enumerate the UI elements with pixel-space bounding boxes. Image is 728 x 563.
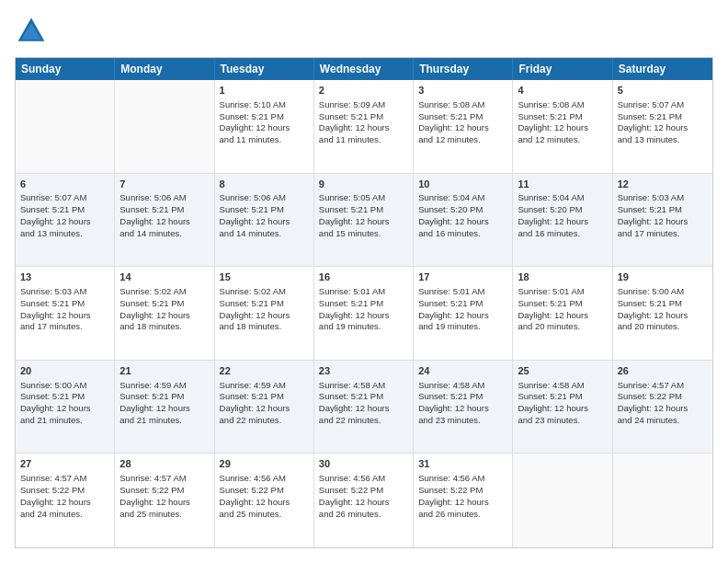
day-info-line: Daylight: 12 hours	[119, 497, 209, 509]
day-info-line: Daylight: 12 hours	[418, 122, 507, 134]
day-info-line: Sunset: 5:22 PM	[319, 485, 408, 497]
day-info-line: Sunset: 5:21 PM	[220, 111, 309, 123]
day-info-line: Sunrise: 5:02 AM	[220, 286, 309, 298]
day-info-line: Daylight: 12 hours	[319, 122, 408, 134]
day-info-line: Daylight: 12 hours	[319, 216, 408, 228]
day-cell-5: 5Sunrise: 5:07 AMSunset: 5:21 PMDaylight…	[613, 80, 712, 173]
day-info-line: Sunrise: 5:08 AM	[518, 99, 607, 111]
empty-cell	[16, 80, 115, 173]
day-cell-23: 23Sunrise: 4:58 AMSunset: 5:21 PMDayligh…	[314, 361, 414, 454]
weekday-header-thursday: Thursday	[414, 58, 513, 80]
day-info-line: Daylight: 12 hours	[220, 122, 309, 134]
day-cell-21: 21Sunrise: 4:59 AMSunset: 5:21 PMDayligh…	[115, 361, 214, 454]
weekday-header-tuesday: Tuesday	[215, 58, 314, 80]
day-info-line: and 18 minutes.	[220, 321, 309, 333]
day-info-line: Daylight: 12 hours	[518, 122, 607, 134]
day-info-line: and 25 minutes.	[119, 509, 209, 521]
day-info-line: and 21 minutes.	[119, 415, 209, 427]
day-cell-18: 18Sunrise: 5:01 AMSunset: 5:21 PMDayligh…	[513, 267, 612, 360]
day-info-line: Sunset: 5:21 PM	[319, 391, 408, 403]
day-info-line: Sunset: 5:21 PM	[418, 111, 507, 123]
day-cell-25: 25Sunrise: 4:58 AMSunset: 5:21 PMDayligh…	[513, 361, 612, 454]
day-number: 6	[20, 178, 109, 191]
calendar-header: SundayMondayTuesdayWednesdayThursdayFrid…	[16, 58, 712, 80]
day-info-line: Sunset: 5:22 PM	[618, 391, 708, 403]
day-info-line: Sunrise: 4:59 AM	[220, 380, 309, 392]
day-number: 10	[418, 178, 507, 191]
day-cell-10: 10Sunrise: 5:04 AMSunset: 5:20 PMDayligh…	[414, 174, 513, 267]
day-info-line: Sunset: 5:21 PM	[220, 391, 309, 403]
day-number: 26	[618, 364, 708, 378]
day-number: 21	[119, 364, 209, 378]
day-info-line: and 23 minutes.	[518, 415, 607, 427]
day-info-line: Daylight: 12 hours	[220, 216, 309, 228]
day-info-line: Sunset: 5:21 PM	[119, 204, 209, 216]
calendar-week-4: 20Sunrise: 5:00 AMSunset: 5:21 PMDayligh…	[16, 361, 712, 454]
day-info-line: and 25 minutes.	[220, 509, 309, 521]
day-info-line: Sunrise: 5:01 AM	[518, 286, 607, 298]
day-info-line: Sunset: 5:21 PM	[220, 204, 309, 216]
day-info-line: Sunset: 5:21 PM	[518, 111, 607, 123]
day-info-line: Daylight: 12 hours	[618, 216, 708, 228]
calendar-week-2: 6Sunrise: 5:07 AMSunset: 5:21 PMDaylight…	[16, 174, 712, 268]
day-info-line: and 26 minutes.	[418, 509, 507, 521]
empty-cell	[115, 80, 214, 173]
day-cell-1: 1Sunrise: 5:10 AMSunset: 5:21 PMDaylight…	[215, 80, 314, 173]
day-info-line: Daylight: 12 hours	[20, 310, 109, 322]
day-cell-17: 17Sunrise: 5:01 AMSunset: 5:21 PMDayligh…	[414, 267, 513, 360]
day-info-line: Daylight: 12 hours	[319, 497, 408, 509]
day-info-line: Daylight: 12 hours	[518, 310, 607, 322]
day-cell-2: 2Sunrise: 5:09 AMSunset: 5:21 PMDaylight…	[314, 80, 414, 173]
day-info-line: Sunset: 5:22 PM	[119, 485, 209, 497]
day-number: 14	[119, 270, 209, 284]
day-number: 18	[518, 270, 607, 284]
day-info-line: Sunset: 5:21 PM	[319, 111, 408, 123]
day-info-line: Sunrise: 5:04 AM	[418, 192, 507, 204]
day-info-line: Daylight: 12 hours	[119, 403, 209, 415]
day-info-line: Sunset: 5:21 PM	[20, 204, 109, 216]
day-info-line: and 17 minutes.	[618, 228, 708, 240]
day-info-line: and 13 minutes.	[618, 134, 708, 146]
day-number: 5	[618, 84, 708, 98]
day-cell-6: 6Sunrise: 5:07 AMSunset: 5:21 PMDaylight…	[16, 174, 115, 267]
day-info-line: Sunset: 5:21 PM	[319, 298, 408, 310]
day-info-line: and 22 minutes.	[319, 415, 408, 427]
day-info-line: Sunrise: 4:58 AM	[319, 380, 408, 392]
day-info-line: Sunset: 5:21 PM	[618, 111, 708, 123]
day-number: 28	[119, 457, 209, 471]
day-number: 29	[220, 457, 309, 471]
day-cell-31: 31Sunrise: 4:56 AMSunset: 5:22 PMDayligh…	[414, 454, 513, 547]
day-number: 8	[220, 178, 309, 191]
day-info-line: Sunrise: 4:56 AM	[220, 473, 309, 485]
day-number: 11	[518, 178, 607, 191]
empty-cell	[613, 454, 712, 547]
day-number: 17	[418, 270, 507, 284]
day-info-line: Sunrise: 5:01 AM	[418, 286, 507, 298]
day-cell-30: 30Sunrise: 4:56 AMSunset: 5:22 PMDayligh…	[314, 454, 414, 547]
day-info-line: Daylight: 12 hours	[418, 216, 507, 228]
day-info-line: Sunrise: 5:09 AM	[319, 99, 408, 111]
day-number: 3	[418, 84, 507, 98]
day-info-line: Daylight: 12 hours	[418, 310, 507, 322]
weekday-header-friday: Friday	[513, 58, 612, 80]
day-cell-15: 15Sunrise: 5:02 AMSunset: 5:21 PMDayligh…	[215, 267, 314, 360]
empty-cell	[513, 454, 612, 547]
logo	[15, 15, 53, 48]
day-info-line: and 24 minutes.	[20, 509, 109, 521]
day-number: 19	[618, 270, 708, 284]
day-info-line: Daylight: 12 hours	[119, 310, 209, 322]
day-info-line: Sunset: 5:22 PM	[220, 485, 309, 497]
day-info-line: Sunrise: 5:02 AM	[119, 286, 209, 298]
day-number: 31	[418, 457, 507, 471]
day-info-line: Sunrise: 4:57 AM	[618, 380, 708, 392]
day-cell-29: 29Sunrise: 4:56 AMSunset: 5:22 PMDayligh…	[215, 454, 314, 547]
day-info-line: and 20 minutes.	[518, 321, 607, 333]
weekday-header-wednesday: Wednesday	[314, 58, 414, 80]
day-cell-8: 8Sunrise: 5:06 AMSunset: 5:21 PMDaylight…	[215, 174, 314, 267]
day-info-line: Sunset: 5:21 PM	[518, 298, 607, 310]
day-info-line: Sunset: 5:21 PM	[220, 298, 309, 310]
day-number: 22	[220, 364, 309, 378]
day-info-line: Daylight: 12 hours	[20, 497, 109, 509]
day-cell-14: 14Sunrise: 5:02 AMSunset: 5:21 PMDayligh…	[115, 267, 214, 360]
day-info-line: and 16 minutes.	[518, 228, 607, 240]
